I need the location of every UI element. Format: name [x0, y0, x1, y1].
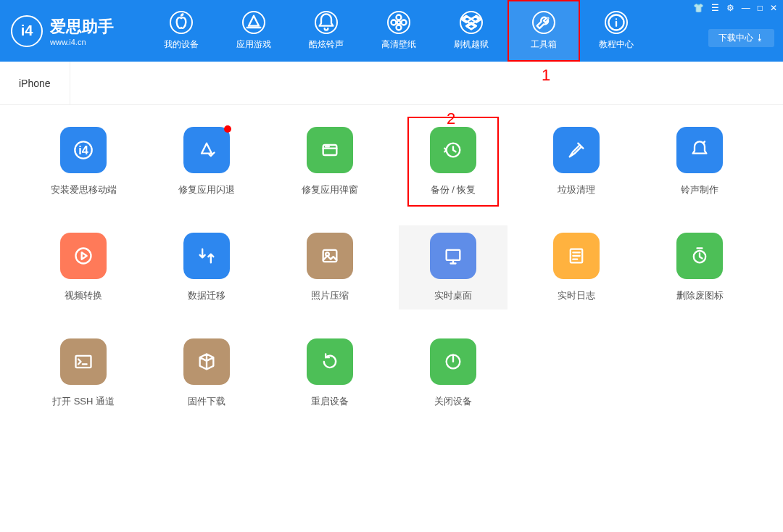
tool-label: 照片压缩 — [311, 289, 349, 302]
app-title: 爱思助手 — [50, 16, 114, 38]
nav-wrench[interactable]: 工具箱 — [508, 0, 580, 62]
tool-transfer[interactable]: 数据迁移 — [152, 225, 261, 309]
monitor-icon — [430, 233, 476, 279]
tool-label: 重启设备 — [311, 395, 349, 408]
svg-point-0 — [397, 21, 401, 25]
cube-icon — [183, 338, 230, 385]
tool-photo[interactable]: 照片压缩 — [276, 225, 384, 309]
bell-icon — [315, 11, 338, 34]
tool-label: 数据迁移 — [188, 289, 225, 302]
svg-rect-12 — [323, 250, 337, 262]
tool-restart[interactable]: 重启设备 — [276, 331, 384, 415]
tool-label: 关闭设备 — [434, 395, 472, 408]
app-logo: i4 爱思助手 www.i4.cn — [0, 15, 145, 47]
download-center-button[interactable]: 下载中心 ⭳ — [708, 29, 774, 47]
app-header: i4 爱思助手 www.i4.cn 我的设备应用游戏酷炫铃声高清壁纸刷机越狱工具… — [0, 0, 783, 62]
svg-point-4 — [402, 20, 407, 25]
logo-icon: i4 — [11, 15, 43, 47]
tool-appcheck[interactable]: 修复应用闪退 — [152, 120, 261, 204]
backup-icon — [430, 127, 476, 173]
tool-label: 打开 SSH 通道 — [52, 395, 115, 408]
close-button[interactable]: ✕ — [770, 3, 777, 13]
svg-point-5 — [547, 18, 548, 19]
tool-appleid[interactable]: 修复应用弹窗 — [276, 120, 384, 204]
nav-dropbox[interactable]: 刷机越狱 — [435, 0, 508, 62]
info-icon — [605, 11, 628, 34]
dropbox-icon — [460, 11, 483, 34]
tool-label: 安装爱思移动端 — [51, 183, 117, 196]
tool-label: 实时桌面 — [434, 289, 472, 302]
tool-label: 实时日志 — [558, 289, 595, 302]
nav-label: 教程中心 — [599, 38, 634, 51]
tshirt-icon[interactable]: 👕 — [693, 3, 704, 13]
i4-icon: i4 — [60, 127, 107, 173]
power-icon — [430, 338, 476, 385]
tool-label: 删除废图标 — [676, 289, 724, 302]
wrench-icon — [532, 11, 555, 34]
play-icon — [60, 233, 107, 279]
tool-label: 固件下载 — [188, 395, 225, 408]
svg-point-1 — [397, 15, 402, 20]
ssh-icon — [60, 338, 107, 385]
tab-iphone[interactable]: iPhone — [0, 62, 70, 104]
tool-i4[interactable]: i4安装爱思移动端 — [29, 120, 138, 204]
tool-label: 垃圾清理 — [558, 183, 595, 196]
svg-point-2 — [397, 25, 402, 30]
tool-broom[interactable]: 垃圾清理 — [522, 120, 631, 204]
device-tabbar: iPhone — [0, 62, 783, 105]
app-subtitle: www.i4.cn — [50, 38, 114, 46]
svg-point-3 — [392, 20, 397, 25]
tool-label: 修复应用弹窗 — [302, 183, 358, 196]
feedback-icon[interactable]: ☰ — [711, 3, 719, 13]
apple-icon — [170, 11, 193, 34]
notification-dot — [224, 125, 231, 133]
transfer-icon — [183, 233, 230, 279]
svg-text:i4: i4 — [78, 144, 88, 157]
nav-label: 应用游戏 — [236, 38, 271, 51]
broom-icon — [553, 127, 600, 173]
tool-ssh[interactable]: 打开 SSH 通道 — [29, 331, 138, 415]
nav-apple[interactable]: 我的设备 — [145, 0, 218, 62]
nav-label: 刷机越狱 — [454, 38, 489, 51]
tool-cube[interactable]: 固件下载 — [152, 331, 261, 415]
maximize-button[interactable]: □ — [758, 3, 763, 13]
svg-rect-17 — [76, 356, 91, 367]
nav-info[interactable]: 教程中心 — [580, 0, 652, 62]
tools-grid: i4安装爱思移动端修复应用闪退修复应用弹窗备份 / 恢复垃圾清理铃声制作视频转换… — [0, 105, 783, 430]
appstore-icon — [242, 11, 265, 34]
nav-label: 高清壁纸 — [381, 38, 416, 51]
appcheck-icon — [183, 127, 230, 173]
flower-icon — [387, 11, 410, 34]
tool-backup[interactable]: 备份 / 恢复 — [399, 120, 508, 204]
nav-flower[interactable]: 高清壁纸 — [362, 0, 435, 62]
svg-point-11 — [76, 249, 91, 264]
tool-play[interactable]: 视频转换 — [29, 225, 138, 309]
window-controls: 👕 ☰ ⚙ — □ ✕ — [693, 3, 777, 13]
main-nav: 我的设备应用游戏酷炫铃声高清壁纸刷机越狱工具箱教程中心 — [145, 0, 652, 62]
nav-label: 工具箱 — [531, 38, 557, 51]
nav-label: 酷炫铃声 — [309, 38, 344, 51]
nav-appstore[interactable]: 应用游戏 — [218, 0, 290, 62]
minimize-button[interactable]: — — [742, 3, 750, 13]
tool-label: 备份 / 恢复 — [431, 183, 476, 196]
tool-power[interactable]: 关闭设备 — [399, 331, 508, 415]
tool-monitor[interactable]: 实时桌面 — [399, 225, 508, 309]
settings-icon[interactable]: ⚙ — [726, 3, 734, 13]
timer-icon — [676, 233, 723, 279]
photo-icon — [307, 233, 353, 279]
tool-label: 铃声制作 — [681, 183, 718, 196]
tool-timer[interactable]: 删除废图标 — [645, 225, 754, 309]
tool-label: 修复应用闪退 — [178, 183, 235, 196]
log-icon — [553, 233, 600, 279]
nav-bell[interactable]: 酷炫铃声 — [290, 0, 362, 62]
svg-rect-14 — [447, 250, 460, 260]
nav-label: 我的设备 — [164, 38, 199, 51]
appleid-icon — [307, 127, 353, 173]
tool-label: 视频转换 — [65, 289, 102, 302]
restart-icon — [307, 338, 353, 385]
tool-ring[interactable]: 铃声制作 — [645, 120, 754, 204]
tool-log[interactable]: 实时日志 — [522, 225, 631, 309]
ring-icon — [676, 127, 723, 173]
